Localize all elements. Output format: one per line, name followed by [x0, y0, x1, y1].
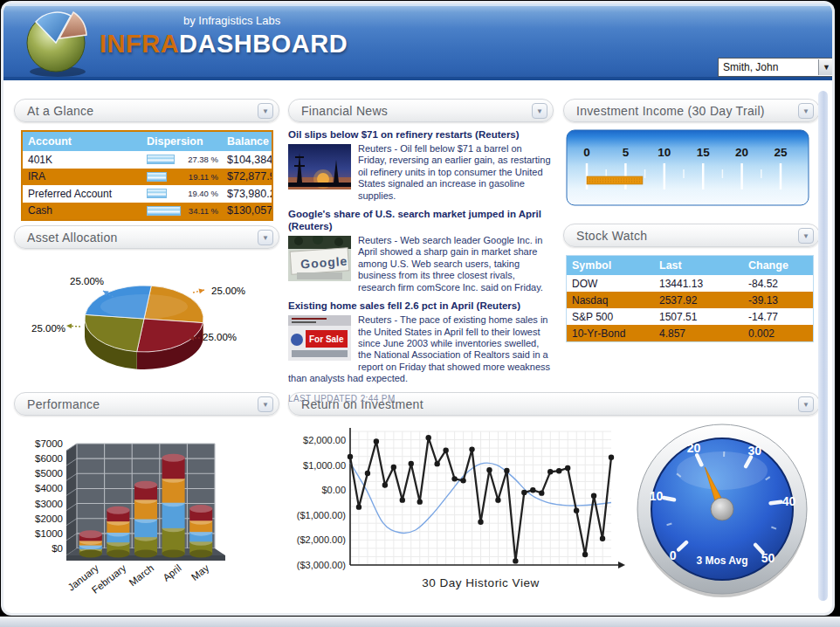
- financial-news-list: Oil slips below $71 on refinery restarts…: [288, 128, 552, 404]
- oil-rig-image: [288, 144, 351, 189]
- svg-text:$1,000.00: $1,000.00: [303, 460, 346, 471]
- svg-text:25.00%: 25.00%: [70, 276, 104, 286]
- news-item: Oil slips below $71 on refinery restarts…: [288, 128, 552, 202]
- panel-title: At a Glance: [15, 104, 93, 118]
- app-header: by Infragistics Labs INFRADASHBOARD Smit…: [3, 3, 832, 80]
- column-header: Account: [23, 135, 141, 148]
- collapse-button-investment-income[interactable]: ▼: [798, 103, 814, 119]
- user-select[interactable]: Smith, John ▼: [718, 58, 832, 77]
- svg-text:March: March: [127, 562, 156, 588]
- svg-text:10: 10: [650, 489, 664, 503]
- vertical-scrollbar[interactable]: [818, 91, 828, 601]
- performance-bar-chart: $7000$6000$5000$4000$3000$2000$1000$0Jan…: [14, 419, 278, 608]
- svg-text:0: 0: [670, 548, 677, 562]
- news-headline[interactable]: Existing home sales fell 2.6 pct in Apri…: [288, 300, 552, 312]
- svg-text:$0: $0: [52, 543, 63, 554]
- dispersion-percent: 19.11 %: [189, 172, 222, 182]
- dispersion-cell: 27.38 %: [141, 155, 222, 164]
- svg-text:$0.00: $0.00: [321, 485, 346, 495]
- last-cell: 13441.13: [654, 278, 743, 290]
- news-headline[interactable]: Oil slips below $71 on refinery restarts…: [288, 128, 552, 141]
- collapse-button-financial-news[interactable]: ▼: [532, 103, 547, 119]
- dispersion-percent: 27.38 %: [188, 155, 222, 164]
- last-cell: 4.857: [654, 327, 743, 340]
- dispersion-cell: 19.11 %: [141, 172, 222, 182]
- table-row[interactable]: IRA19.11 %$72,877.99: [23, 169, 272, 186]
- account-cell: IRA: [23, 170, 141, 183]
- roi-line-chart: $2,000.00$1,000.00$0.00($1,000.00)($2,00…: [288, 419, 637, 603]
- dashboard-frame: by Infragistics Labs INFRADASHBOARD Smit…: [3, 3, 832, 613]
- svg-text:$2000: $2000: [35, 513, 63, 524]
- collapse-button-asset-allocation[interactable]: ▼: [258, 230, 273, 245]
- brand-prefix: INFRA: [100, 30, 179, 58]
- svg-text:20: 20: [735, 146, 748, 159]
- change-cell: -84.52: [743, 278, 813, 290]
- change-cell: -14.77: [743, 311, 813, 323]
- panel-title: Stock Watch: [564, 229, 647, 243]
- svg-text:($3,000.00): ($3,000.00): [297, 560, 346, 570]
- dispersion-cell: 34.11 %: [141, 206, 222, 216]
- panel-title: Financial News: [289, 104, 388, 118]
- last-cell: 1507.51: [654, 311, 743, 323]
- symbol-cell: S&P 500: [567, 311, 654, 323]
- svg-text:25.00%: 25.00%: [211, 286, 245, 296]
- symbol-cell: Nasdaq: [567, 294, 654, 307]
- svg-text:40: 40: [782, 494, 796, 508]
- balance-cell: $104,384.27: [222, 154, 272, 166]
- collapse-button-return-on-investment[interactable]: ▼: [798, 396, 814, 412]
- user-select-value: Smith, John: [719, 61, 818, 73]
- for-sale-sign-image: For Sale: [288, 315, 351, 361]
- column-header: Last: [654, 259, 743, 272]
- panel-header-performance: Performance ▼: [14, 392, 279, 416]
- column-header: Dispersion: [141, 135, 222, 148]
- table-row[interactable]: DOW13441.13-84.52: [567, 275, 813, 292]
- svg-text:25.00%: 25.00%: [203, 332, 237, 342]
- svg-text:($1,000.00): ($1,000.00): [297, 510, 346, 520]
- table-row[interactable]: Preferred Account19.40 %$73,980.22: [23, 185, 272, 203]
- column-header: Change: [743, 259, 813, 272]
- dispersion-bar: [147, 155, 175, 164]
- news-body: For SaleReuters - The pace of existing h…: [288, 314, 552, 384]
- svg-text:$2,000.00: $2,000.00: [303, 435, 346, 445]
- balance-cell: $130,057.41: [222, 204, 272, 217]
- window-bottom-strip: [0, 617, 840, 627]
- at-a-glance-table: AccountDispersionBalance401K27.38 %$104,…: [21, 130, 273, 221]
- svg-text:15: 15: [697, 146, 711, 159]
- symbol-cell: 10-Yr-Bond: [567, 327, 654, 340]
- panel-header-stock-watch: Stock Watch ▼: [563, 224, 820, 247]
- svg-text:$4000: $4000: [35, 483, 63, 493]
- table-row[interactable]: 10-Yr-Bond4.8570.002: [567, 325, 813, 341]
- table-row[interactable]: 401K27.38 %$104,384.27: [23, 151, 272, 169]
- table-row[interactable]: Cash34.11 %$130,057.41: [23, 203, 272, 220]
- table-row[interactable]: Nasdaq2537.92-39.13: [567, 292, 813, 308]
- last-cell: 2537.92: [654, 294, 743, 307]
- panel-title: Asset Allocation: [15, 231, 118, 245]
- dispersion-bar: [147, 206, 181, 216]
- table-header-row: SymbolLastChange: [567, 256, 813, 275]
- dispersion-bar: [147, 172, 167, 182]
- dispersion-percent: 34.11 %: [189, 206, 222, 216]
- column-header: Symbol: [567, 259, 654, 272]
- account-cell: Preferred Account: [23, 188, 141, 200]
- brand-suffix: DASHBOARD: [179, 30, 348, 58]
- column-header: Balance: [222, 135, 272, 148]
- dropdown-arrow-icon[interactable]: ▼: [818, 59, 832, 75]
- dashboard-page: by Infragistics Labs INFRADASHBOARD Smit…: [0, 0, 840, 627]
- news-headline[interactable]: Google's share of U.S. search market jum…: [288, 208, 552, 232]
- panel-header-financial-news: Financial News ▼: [288, 99, 554, 122]
- collapse-button-performance[interactable]: ▼: [258, 396, 273, 412]
- collapse-button-stock-watch[interactable]: ▼: [798, 228, 814, 244]
- brand-tagline: by Infragistics Labs: [183, 14, 280, 27]
- table-row[interactable]: S&P 5001507.51-14.77: [567, 308, 813, 325]
- panel-title: Investment Income (30 Day Trail): [564, 104, 765, 118]
- svg-text:$6000: $6000: [35, 453, 63, 464]
- news-item: Existing home sales fell 2.6 pct in Apri…: [288, 300, 552, 384]
- table-header-row: AccountDispersionBalance: [23, 132, 272, 151]
- account-cell: 401K: [23, 154, 141, 166]
- svg-text:May: May: [189, 562, 211, 582]
- collapse-button-at-a-glance[interactable]: ▼: [258, 103, 273, 119]
- panel-header-at-a-glance: At a Glance ▼: [14, 99, 279, 122]
- symbol-cell: DOW: [567, 278, 654, 290]
- svg-text:30: 30: [748, 444, 762, 458]
- brand-title: INFRADASHBOARD: [100, 30, 348, 59]
